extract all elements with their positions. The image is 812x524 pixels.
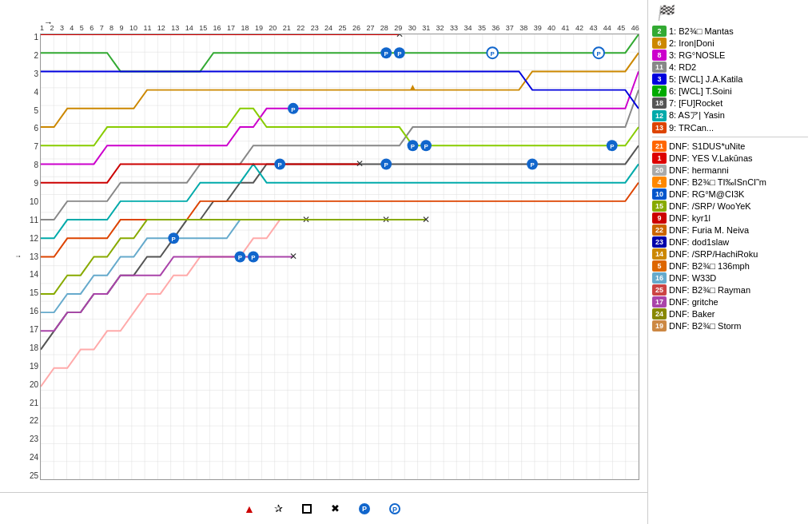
svg-text:✕: ✕ — [422, 214, 430, 225]
dnf-entry: 20DNF: hermanni — [652, 165, 808, 176]
dnf-entry: 4DNF: B2¾□ TI‰ISnCI˜m — [652, 177, 808, 188]
dnf-entry: 24DNF: Baker — [652, 308, 808, 320]
y-axis-labels: 1234567891011121314151617181920212223242… — [18, 34, 38, 480]
svg-text:P: P — [238, 254, 242, 261]
finisher-entry: 21: B2¾□ Mantas — [652, 26, 808, 37]
svg-text:▲: ▲ — [381, 34, 391, 37]
dnf-entry: 10DNF: RG°M@CI3K — [652, 189, 808, 200]
dnf-entry: 16DNF: W33D — [652, 272, 808, 284]
svg-text:P: P — [424, 143, 428, 150]
svg-text:P: P — [610, 143, 614, 150]
svg-text:P: P — [411, 143, 415, 150]
dnf-entry: 22DNF: Furia M. Neiva — [652, 224, 808, 236]
dnf-entry: 9DNF: kyr1l — [652, 212, 808, 224]
grid-container: ✕★✕✕✕✕✕PPPPPPPPPPPP▲▲PP — [40, 34, 639, 480]
svg-text:P: P — [597, 50, 601, 58]
finisher-entry: 187: [FU]Rocket — [652, 97, 808, 109]
svg-text:P: P — [172, 236, 176, 243]
final-positions-title: 🏁 — [652, 4, 808, 22]
dnf-entry: 19DNF: B2¾□ Storm — [652, 320, 808, 331]
finisher-entry: 114: RD2 — [652, 62, 808, 73]
dnf-entry: 1DNF: YES V.Lakūnas — [652, 153, 808, 164]
legend-highest-climber — [302, 504, 315, 514]
legend-retire: ✖ — [331, 502, 343, 514]
checkered-flag-icon: 🏁 — [656, 4, 674, 22]
dnf-entry: 17DNF: gritche — [652, 296, 808, 308]
svg-text:P: P — [384, 161, 388, 169]
legend-fastest-lap: ✰ — [274, 502, 286, 514]
right-panel: 🏁 21: B2¾□ Mantas62: Iron|Doni83: RG°NOS… — [647, 0, 812, 524]
finisher-entry: 35: [WCL] J.A.Katila — [652, 73, 808, 85]
svg-text:✕: ✕ — [289, 251, 297, 262]
x-axis-labels: 1234567891011121314151617181920212223242… — [40, 24, 639, 34]
chart-area: → ↓ 123456789101112131415161718192021222… — [0, 0, 647, 524]
dnf-list: 21DNF: S1DUS*uNite1DNF: YES V.Lakūnas20D… — [652, 141, 808, 331]
divider — [652, 137, 808, 137]
finisher-entry: 83: RG°NOSLE — [652, 50, 808, 61]
svg-text:P: P — [530, 161, 534, 169]
svg-text:✕: ✕ — [356, 158, 364, 169]
finisher-entry: 128: ASア| Yasin — [652, 109, 808, 121]
dnf-entry: 14DNF: /SRP/HachiRoku — [652, 248, 808, 260]
dnf-entry: 15DNF: /SRP/ WooYeK — [652, 200, 808, 212]
chart-svg: ✕★✕✕✕✕✕PPPPPPPPPPPP▲▲PP — [41, 34, 639, 479]
main-container: → ↓ 123456789101112131415161718192021222… — [0, 0, 812, 524]
dnf-entry: 25DNF: B2¾□ Rayman — [652, 284, 808, 296]
finisher-entry: 139: TRCan... — [652, 122, 808, 133]
svg-text:P: P — [384, 50, 388, 58]
dnf-entry: 5DNF: B2¾□ 136mph — [652, 260, 808, 272]
svg-text:P: P — [278, 161, 282, 169]
legend-pit-stop: P — [359, 503, 373, 514]
legend-personal-best: ▲ — [244, 502, 258, 515]
dnf-entry: 21DNF: S1DUS*uNite — [652, 141, 808, 152]
finishers-list: 21: B2¾□ Mantas62: Iron|Doni83: RG°NOSLE… — [652, 26, 808, 133]
svg-text:P: P — [397, 50, 401, 58]
svg-text:P: P — [291, 106, 295, 113]
svg-text:▲: ▲ — [408, 81, 418, 93]
svg-text:P: P — [491, 50, 495, 58]
svg-text:✕: ✕ — [396, 34, 404, 40]
legend-area: ▲ ✰ ✖ P P — [0, 492, 647, 524]
dnf-entry: 23DNF: dod1slaw — [652, 236, 808, 248]
finisher-entry: 62: Iron|Doni — [652, 38, 808, 49]
finisher-entry: 76: [WCL] T.Soini — [652, 85, 808, 97]
svg-text:P: P — [251, 254, 255, 261]
chart-title — [0, 0, 647, 8]
legend-pit-stop-tire: P — [389, 503, 404, 514]
